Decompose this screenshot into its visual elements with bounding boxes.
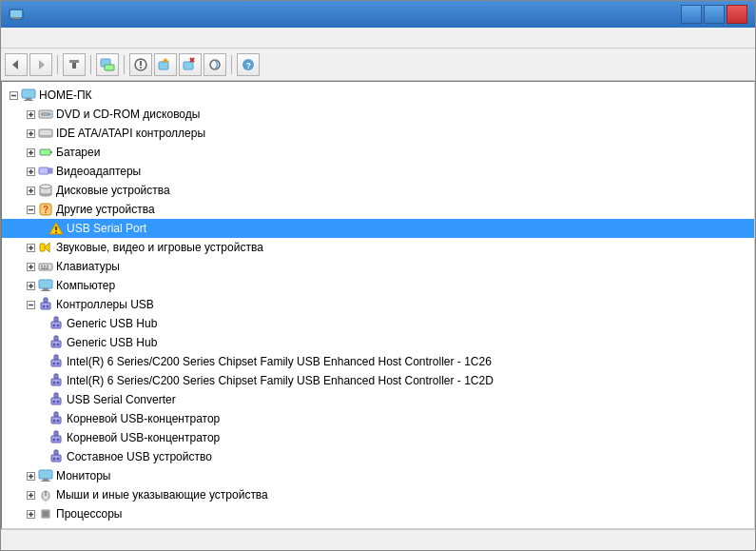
tree-item-hub2[interactable]: Generic USB Hub [2, 333, 754, 352]
tree-item-ide[interactable]: IDE ATA/ATAPI контроллеры [2, 124, 754, 143]
properties-button[interactable] [129, 53, 152, 76]
svg-rect-119 [39, 470, 52, 479]
svg-rect-70 [47, 266, 48, 267]
tree-item-computer[interactable]: Компьютер [2, 276, 754, 295]
expand-btn-usbconv [40, 392, 48, 407]
expand-btn-monitors[interactable] [23, 468, 38, 483]
window-icon [9, 7, 24, 22]
tree-item-sound[interactable]: Звуковые, видео и игровые устройства [2, 238, 754, 257]
minimize-button[interactable] [681, 5, 702, 24]
tree-item-monitors[interactable]: Мониторы [2, 466, 754, 485]
svg-rect-112 [54, 450, 58, 455]
menu-file[interactable] [5, 36, 20, 40]
device-tree[interactable]: HOME-ПКDVD и CD-ROM дисководыIDE ATA/ATA… [1, 81, 755, 529]
svg-point-83 [47, 305, 49, 308]
item-icon-cpu [38, 506, 53, 521]
svg-rect-71 [41, 268, 48, 270]
svg-rect-108 [54, 431, 58, 436]
tree-item-intel1[interactable]: Intel(R) 6 Series/C200 Series Chipset Fa… [2, 352, 754, 371]
tree-item-hub4[interactable]: Корневой USB-концентратор [2, 428, 754, 447]
tree-item-usbserial[interactable]: USB Serial Port [2, 219, 754, 238]
expand-btn-cpu[interactable] [23, 506, 38, 521]
svg-rect-2 [12, 17, 20, 19]
svg-rect-35 [40, 135, 51, 136]
item-icon-dvd [38, 107, 53, 122]
item-label-bat: Батареи [56, 146, 100, 159]
svg-rect-75 [39, 280, 52, 288]
expand-btn-root[interactable] [6, 88, 21, 103]
svg-rect-101 [51, 398, 61, 404]
tree-item-composite[interactable]: Составное USB устройство [2, 447, 754, 466]
svg-point-106 [53, 420, 56, 423]
tree-item-cpu[interactable]: Процессоры [2, 504, 754, 523]
expand-btn-usbserial [40, 221, 48, 236]
item-icon-mice [38, 487, 53, 502]
expand-btn-disk[interactable] [23, 183, 38, 198]
svg-rect-10 [140, 61, 142, 66]
tree-item-usbconv[interactable]: USB Serial Converter [2, 390, 754, 409]
main-window: ? HOME-ПКDVD и CD-ROM дисководыIDE ATA/A… [0, 0, 756, 551]
expand-btn-hub2 [40, 335, 48, 350]
tree-item-keyboard[interactable]: Клавиатуры [2, 257, 754, 276]
update-driver-button[interactable] [154, 53, 177, 76]
forward-button[interactable] [29, 53, 52, 76]
back-button[interactable] [5, 53, 28, 76]
tree-item-intel2[interactable]: Intel(R) 6 Series/C200 Series Chipset Fa… [2, 371, 754, 390]
scan-button[interactable] [204, 53, 226, 76]
close-button[interactable] [727, 5, 747, 24]
help-button[interactable]: ? [237, 53, 260, 76]
tree-item-usb[interactable]: Контроллеры USB [2, 295, 754, 314]
tree-item-root[interactable]: HOME-ПК [2, 86, 754, 105]
svg-rect-84 [54, 317, 58, 322]
uninstall-button[interactable] [179, 53, 202, 76]
expand-btn-dvd[interactable] [23, 107, 38, 122]
tree-item-video[interactable]: Видеоадаптеры [2, 162, 754, 181]
expand-btn-video[interactable] [23, 164, 38, 179]
svg-rect-6 [69, 60, 79, 63]
svg-rect-40 [50, 151, 52, 153]
tree-item-hub1[interactable]: Generic USB Hub [2, 314, 754, 333]
tree-item-mice[interactable]: Мыши и иные указывающие устройства [2, 485, 754, 504]
item-label-hub3: Корневой USB-концентратор [67, 412, 220, 425]
item-icon-hub3 [48, 411, 64, 426]
tree-item-other[interactable]: ?Другие устройства [2, 200, 754, 219]
separator-2 [90, 55, 91, 74]
expand-btn-sound[interactable] [23, 240, 38, 255]
svg-point-90 [53, 344, 56, 346]
menu-help[interactable] [50, 36, 66, 40]
tree-item-bat[interactable]: Батареи [2, 143, 754, 162]
svg-marker-13 [162, 58, 169, 62]
expand-btn-computer[interactable] [23, 278, 38, 293]
expand-btn-mice[interactable] [23, 487, 38, 502]
expand-btn-usb[interactable] [23, 297, 38, 312]
svg-rect-8 [105, 65, 114, 70]
up-button[interactable] [63, 53, 86, 76]
item-label-usbserial: USB Serial Port [67, 222, 146, 235]
svg-rect-132 [43, 511, 48, 517]
menu-view[interactable] [35, 36, 50, 40]
svg-rect-29 [41, 112, 48, 116]
maximize-button[interactable] [704, 5, 725, 24]
expand-btn-bat[interactable] [23, 145, 38, 160]
expand-btn-composite [40, 449, 48, 464]
svg-rect-113 [51, 455, 61, 462]
item-label-mice: Мыши и иные указывающие устройства [56, 488, 268, 502]
tree-item-dvd[interactable]: DVD и CD-ROM дисководы [2, 105, 754, 124]
svg-rect-39 [40, 149, 50, 155]
item-icon-ide [38, 126, 53, 141]
item-icon-usbserial [48, 221, 64, 236]
tree-item-hub3[interactable]: Корневой USB-концентратор [2, 409, 754, 428]
item-icon-computer [38, 278, 53, 293]
menu-bar [1, 28, 755, 49]
svg-point-11 [140, 67, 142, 69]
menu-action[interactable] [20, 36, 35, 40]
expand-btn-hub3 [40, 411, 48, 426]
item-icon-usb [38, 297, 53, 312]
expand-btn-ide[interactable] [23, 126, 38, 141]
expand-btn-keyboard[interactable] [23, 259, 38, 274]
expand-btn-other[interactable] [23, 202, 38, 217]
svg-rect-104 [54, 412, 58, 417]
show-hidden-button[interactable] [96, 53, 119, 76]
svg-rect-1 [10, 10, 22, 17]
tree-item-disk[interactable]: Дисковые устройства [2, 181, 754, 200]
